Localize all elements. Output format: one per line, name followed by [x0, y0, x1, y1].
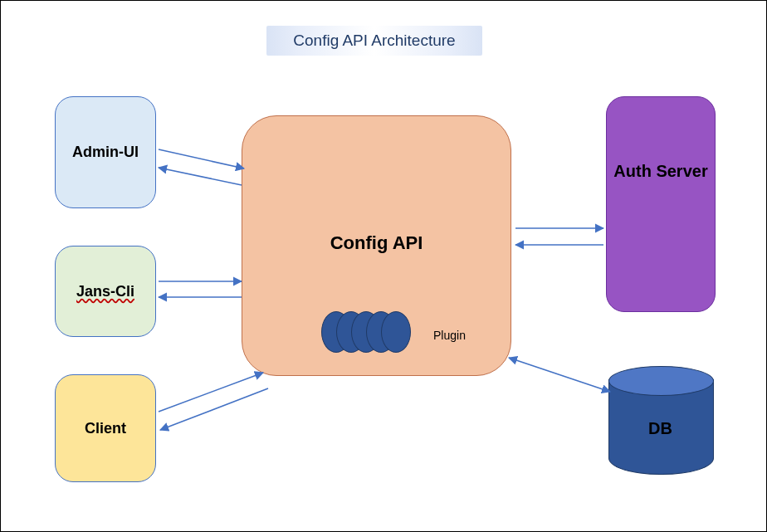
- diagram-title: Config API Architecture: [293, 32, 455, 50]
- plugin-cluster-icon: [321, 309, 437, 354]
- arrow-config-api-to-admin-ui: [159, 168, 242, 185]
- node-admin-ui-label: Admin-UI: [72, 144, 139, 161]
- node-auth-server-label: Auth Server: [613, 162, 707, 181]
- db-top-icon: [608, 366, 714, 396]
- diagram-title-banner: Config API Architecture: [266, 26, 482, 56]
- node-jans-cli-label: Jans-Cli: [76, 283, 134, 300]
- diagram-canvas: Config API Architecture Admin-UI Jans-Cl…: [0, 0, 767, 532]
- arrow-client-to-config-api: [159, 373, 263, 412]
- node-db: DB: [608, 366, 712, 474]
- node-config-api: Config API Plugin: [242, 115, 511, 376]
- arrow-config-api-to-client: [160, 388, 268, 430]
- arrow-admin-ui-to-config-api: [159, 149, 244, 168]
- node-client: Client: [55, 374, 156, 482]
- node-config-api-label: Config API: [242, 232, 511, 253]
- node-db-label: DB: [608, 419, 712, 438]
- plugin-label: Plugin: [433, 329, 466, 342]
- arrow-config-api-to-db: [509, 358, 610, 392]
- node-admin-ui: Admin-UI: [55, 96, 156, 208]
- node-client-label: Client: [85, 420, 126, 437]
- node-auth-server: Auth Server: [606, 96, 716, 312]
- plugin-icon: [381, 311, 411, 353]
- node-jans-cli: Jans-Cli: [55, 246, 156, 337]
